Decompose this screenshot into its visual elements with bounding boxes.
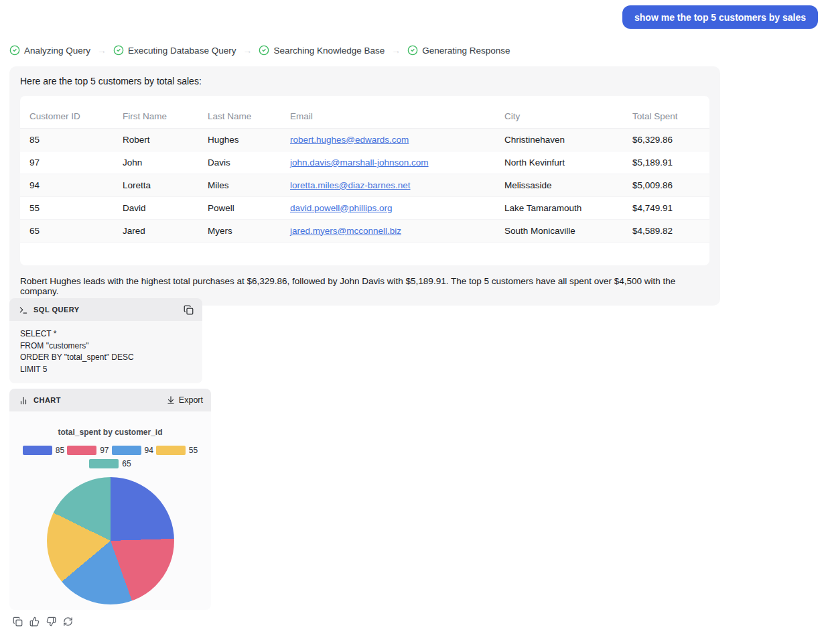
legend-item: 85 (23, 446, 64, 455)
export-label: Export (179, 395, 203, 405)
arrow-right-icon: → (97, 45, 107, 56)
email-link[interactable]: robert.hughes@edwards.com (290, 135, 409, 145)
sql-panel-title: SQL QUERY (33, 306, 80, 314)
table-cell: Myers (198, 219, 281, 242)
table-cell: $6,329.86 (623, 128, 709, 151)
email-link[interactable]: loretta.miles@diaz-barnes.net (290, 180, 411, 190)
table-cell: 85 (20, 128, 113, 151)
table-cell: Hughes (198, 128, 281, 151)
table-row: 55DavidPowelldavid.powell@phillips.orgLa… (20, 196, 709, 219)
bar-chart-icon (19, 396, 28, 405)
progress-step-label: Searching Knowledge Base (273, 46, 385, 56)
legend-item: 94 (112, 446, 153, 455)
table-row: 94LorettaMilesloretta.miles@diaz-barnes.… (20, 174, 709, 196)
table-column-header: City (495, 105, 623, 128)
table-cell: Lake Tamaramouth (495, 196, 623, 219)
sql-code-line: FROM "customers" (20, 340, 192, 352)
email-link[interactable]: john.davis@marshall-johnson.com (290, 157, 429, 168)
check-circle-icon (9, 45, 20, 56)
thumbs-down-button[interactable] (46, 616, 56, 627)
table-cell: Melissaside (495, 174, 623, 196)
chart-panel-title: CHART (33, 396, 61, 404)
response-intro-text: Here are the top 5 customers by total sa… (20, 76, 709, 86)
table-cell: 55 (20, 196, 113, 219)
user-message-text: show me the top 5 customers by sales (634, 12, 806, 23)
table-cell: $5,009.86 (623, 174, 709, 196)
regenerate-icon (63, 617, 73, 627)
table-column-header: Total Spent (623, 105, 709, 128)
assistant-response-panel: Here are the top 5 customers by total sa… (9, 66, 720, 306)
arrow-right-icon: → (391, 45, 401, 56)
legend-label: 65 (122, 459, 131, 468)
copy-button[interactable] (12, 616, 23, 627)
table-cell: Miles (198, 174, 281, 196)
email-link[interactable]: jared.myers@mcconnell.biz (290, 226, 401, 236)
thumbs-down-icon (46, 617, 56, 627)
table-cell: North Kevinfurt (495, 151, 623, 174)
legend-label: 85 (56, 446, 64, 455)
table-cell: jared.myers@mcconnell.biz (281, 219, 495, 242)
table-cell: Robert (113, 128, 198, 151)
progress-step: Executing Database Query (113, 45, 236, 56)
chart-export-button[interactable]: Export (166, 395, 203, 405)
sql-query-panel: SQL QUERY SELECT *FROM "customers"ORDER … (9, 298, 202, 383)
table-column-header: Customer ID (20, 105, 113, 128)
sql-code-line: SELECT * (20, 328, 192, 340)
legend-label: 97 (100, 446, 109, 455)
table-cell: david.powell@phillips.org (281, 196, 495, 219)
user-message-bubble: show me the top 5 customers by sales (622, 5, 818, 29)
table-column-header: First Name (113, 105, 198, 128)
table-cell: $4,589.82 (623, 219, 709, 242)
sql-panel-header: SQL QUERY (9, 298, 202, 321)
table-row: 85RobertHughesrobert.hughes@edwards.comC… (20, 128, 709, 151)
legend-item: 65 (89, 459, 131, 468)
table-column-header: Email (281, 105, 495, 128)
table-column-header: Last Name (198, 105, 281, 128)
progress-step: Searching Knowledge Base (259, 45, 385, 56)
legend-swatch (67, 446, 96, 455)
table-cell: Loretta (113, 174, 198, 196)
legend-swatch (89, 459, 119, 468)
arrow-right-icon: → (243, 45, 252, 56)
check-circle-icon (407, 45, 418, 56)
table-cell: Christinehaven (495, 128, 623, 151)
table-cell: 65 (20, 219, 113, 242)
chart-legend: 8597945565 (17, 446, 204, 472)
table-row: 65JaredMyersjared.myers@mcconnell.bizSou… (20, 219, 709, 242)
terminal-icon (19, 306, 28, 315)
regenerate-button[interactable] (62, 616, 73, 627)
progress-step: Generating Response (407, 45, 510, 56)
check-circle-icon (259, 45, 269, 56)
legend-swatch (156, 446, 186, 455)
table-cell: Davis (198, 151, 281, 174)
copy-icon (184, 305, 194, 315)
table-cell: john.davis@marshall-johnson.com (281, 151, 495, 174)
chart-title: total_spent by customer_id (9, 428, 211, 437)
table-cell: South Monicaville (495, 219, 623, 242)
customers-table: Customer IDFirst NameLast NameEmailCityT… (20, 105, 709, 243)
table-cell: 97 (20, 151, 113, 174)
legend-label: 94 (145, 446, 153, 455)
message-action-bar (12, 616, 73, 627)
legend-item: 55 (156, 446, 198, 455)
chart-panel-header: CHART Export (9, 389, 211, 411)
sql-copy-button[interactable] (182, 304, 194, 316)
email-link[interactable]: david.powell@phillips.org (290, 203, 393, 213)
thumbs-up-button[interactable] (29, 616, 40, 627)
thumbs-up-icon (29, 617, 40, 627)
legend-swatch (23, 446, 52, 455)
table-cell: John (113, 151, 198, 174)
progress-step-label: Executing Database Query (128, 46, 236, 56)
table-cell: Powell (198, 196, 281, 219)
pie-chart (47, 477, 174, 604)
table-header-row: Customer IDFirst NameLast NameEmailCityT… (20, 105, 709, 128)
chart-panel: CHART Export total_spent by customer_id … (9, 389, 211, 610)
copy-icon (13, 617, 23, 627)
table-cell: Jared (113, 219, 198, 242)
download-icon (166, 395, 176, 405)
table-row: 97JohnDavisjohn.davis@marshall-johnson.c… (20, 151, 709, 174)
progress-step-label: Analyzing Query (24, 46, 90, 56)
progress-steps: Analyzing Query→Executing Database Query… (9, 45, 510, 56)
legend-item: 97 (67, 446, 109, 455)
response-summary-text: Robert Hughes leads with the highest tot… (20, 276, 709, 296)
